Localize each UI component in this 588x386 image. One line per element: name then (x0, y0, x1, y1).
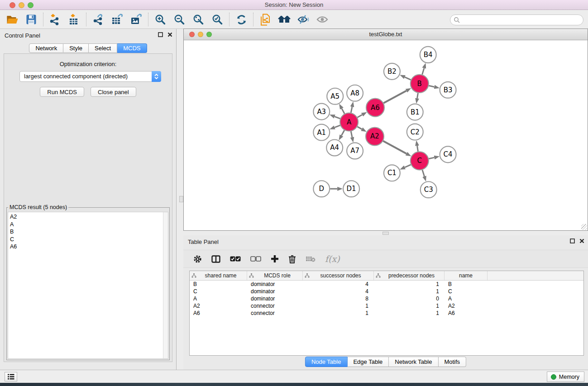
run-mcds-button[interactable]: Run MCDS (40, 87, 84, 97)
import-table-button[interactable] (65, 11, 84, 28)
column-header-shared-name[interactable]: shared name (190, 271, 247, 280)
export-table-button[interactable] (108, 11, 127, 28)
graph-node-A2[interactable]: A2 (366, 128, 384, 146)
graph-node-A7[interactable]: A7 (347, 143, 363, 159)
table-options-button[interactable] (193, 255, 202, 263)
graph-edge-C-C2[interactable] (417, 146, 418, 152)
unselect-all-columns-button[interactable] (250, 256, 261, 262)
cell-predecessor-nodes[interactable]: 1 (374, 302, 445, 310)
cell-successor-nodes[interactable]: 8 (303, 295, 374, 302)
cell-name[interactable]: C (445, 288, 488, 295)
graph-node-C4[interactable]: C4 (440, 146, 456, 162)
close-panel-button[interactable]: Close panel (91, 87, 136, 97)
graph-edge-B-B4[interactable] (422, 68, 424, 75)
graph-node-B1[interactable]: B1 (407, 104, 423, 120)
cell-name[interactable]: A2 (445, 302, 488, 310)
cell-predecessor-nodes[interactable]: 1 (374, 281, 445, 288)
zoom-window-button[interactable] (28, 2, 33, 8)
list-item[interactable]: A (8, 221, 168, 229)
memory-button[interactable]: Memory (547, 372, 584, 382)
tab-mcds[interactable]: MCDS (117, 43, 147, 53)
graph-edge-A-A1[interactable] (335, 125, 340, 128)
cell-mcds-role[interactable]: dominator (247, 281, 303, 288)
graph-node-B4[interactable]: B4 (420, 47, 436, 63)
close-panel-icon[interactable] (167, 32, 172, 37)
float-panel-icon[interactable] (570, 238, 575, 243)
cell-mcds-role[interactable]: connector (247, 310, 303, 317)
cell-predecessor-nodes[interactable]: 1 (374, 288, 445, 295)
cell-name[interactable]: B (445, 281, 488, 288)
cell-predecessor-nodes[interactable]: 1 (374, 310, 445, 317)
cell-mcds-role[interactable]: connector (247, 302, 303, 310)
graph-node-D1[interactable]: D1 (343, 181, 359, 197)
graph-edge-A-A4[interactable] (341, 130, 344, 136)
cell-name[interactable]: A (445, 295, 488, 302)
scrollbar-track[interactable] (163, 212, 168, 358)
create-column-button[interactable] (271, 255, 279, 263)
mcds-result-list[interactable]: A2 A B C A6 (8, 212, 168, 359)
graph-edge-A-A8[interactable] (351, 107, 352, 113)
tab-style[interactable]: Style (63, 43, 89, 53)
zoom-selected-button[interactable] (208, 11, 227, 28)
table-row[interactable]: A2 connector 1 1 A2 (190, 302, 583, 310)
close-network-window-button[interactable] (189, 32, 195, 37)
graph-node-B[interactable]: B (411, 75, 429, 93)
splitpane-divider-grip[interactable] (382, 232, 389, 235)
graph-edge-A-A5[interactable] (342, 109, 344, 114)
column-header-mcds-role[interactable]: MCDS role (247, 271, 303, 280)
graph-edge-A-A6[interactable] (357, 115, 362, 118)
cell-shared-name[interactable]: A2 (190, 302, 247, 310)
graph-edge-C-C3[interactable] (422, 170, 424, 176)
graph-edge-B-B3[interactable] (429, 86, 434, 87)
open-file-button[interactable] (3, 11, 22, 28)
graph-edge-C-C1[interactable] (405, 165, 411, 167)
zoom-in-button[interactable] (151, 11, 170, 28)
graph-edge-A-A2[interactable] (357, 127, 362, 129)
cell-name[interactable]: A6 (445, 310, 488, 317)
graph-node-A3[interactable]: A3 (313, 104, 330, 120)
graph-edge-A2-C[interactable] (383, 141, 406, 154)
cell-successor-nodes[interactable]: 1 (303, 310, 374, 317)
cell-mcds-role[interactable]: dominator (247, 288, 303, 295)
export-network-button[interactable] (89, 11, 108, 28)
minimize-network-window-button[interactable] (198, 32, 203, 37)
select-all-columns-button[interactable] (230, 256, 241, 262)
zoom-network-window-button[interactable] (206, 32, 212, 37)
criterion-select[interactable]: largest connected component (directed) (19, 71, 161, 82)
tab-network[interactable]: Network (29, 43, 63, 53)
network-canvas[interactable]: B4B2BB3A8A5A6A3B1AA1C2A2A4A7C4CC1C3DD1 (184, 41, 588, 230)
graph-node-A1[interactable]: A1 (313, 124, 330, 141)
graph-node-A6[interactable]: A6 (366, 99, 384, 117)
zoom-out-button[interactable] (170, 11, 189, 28)
graph-node-B3[interactable]: B3 (440, 82, 456, 98)
cell-shared-name[interactable]: B (190, 281, 247, 288)
delete-columns-button[interactable] (288, 255, 296, 263)
column-header-successor-nodes[interactable]: successor nodes (303, 271, 374, 280)
graph-edge-A-A7[interactable] (351, 131, 352, 137)
list-item[interactable]: B (8, 228, 168, 236)
show-columns-button[interactable] (211, 255, 220, 263)
column-header-predecessor-nodes[interactable]: predecessor nodes (374, 271, 445, 280)
cell-predecessor-nodes[interactable]: 0 (374, 295, 445, 302)
new-network-button[interactable] (256, 11, 275, 28)
graph-node-A5[interactable]: A5 (327, 88, 343, 105)
cell-shared-name[interactable]: A (190, 295, 247, 302)
cell-successor-nodes[interactable]: 4 (303, 281, 374, 288)
graph-edge-B-B2[interactable] (405, 77, 411, 80)
graph-node-A8[interactable]: A8 (347, 85, 363, 101)
cell-successor-nodes[interactable]: 1 (303, 302, 374, 310)
graph-node-A[interactable]: A (340, 113, 358, 131)
delete-table-button[interactable] (306, 256, 316, 262)
table-row[interactable]: A dominator 8 0 A (190, 295, 583, 302)
graph-node-D[interactable]: D (313, 181, 330, 197)
graph-edge-A6-B[interactable] (383, 91, 406, 103)
graph-node-A4[interactable]: A4 (326, 139, 343, 156)
graph-edge-C-C4[interactable] (429, 157, 434, 159)
table-row[interactable]: B dominator 4 1 B (190, 281, 583, 288)
graph-node-C1[interactable]: C1 (384, 165, 400, 181)
cell-shared-name[interactable]: C (190, 288, 247, 295)
import-network-button[interactable] (46, 11, 65, 28)
tab-node-table[interactable]: Node Table (305, 357, 348, 367)
tab-motifs[interactable]: Motifs (438, 357, 466, 367)
minimize-window-button[interactable] (19, 2, 24, 8)
